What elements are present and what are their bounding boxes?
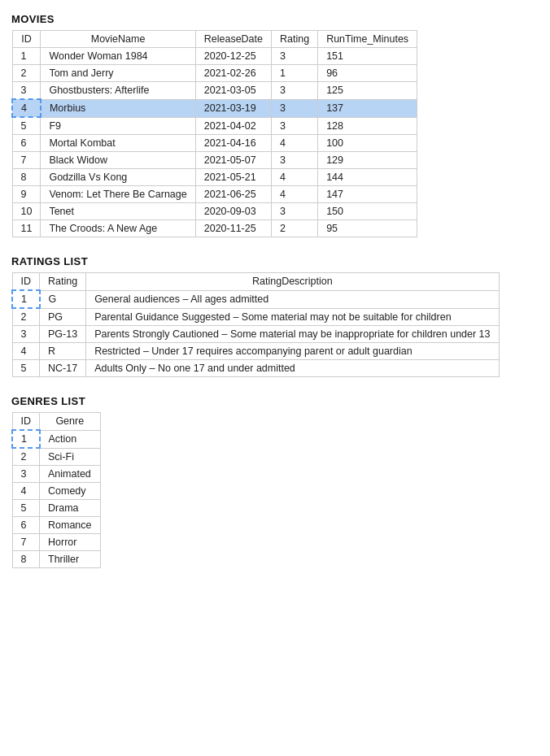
table-row[interactable]: 2 PG Parental Guidance Suggested – Some … <box>12 308 499 326</box>
movies-cell-runtime: 125 <box>318 82 417 100</box>
genres-cell-id: 8 <box>12 551 40 568</box>
movies-section: MOVIES ID MovieName ReleaseDate Rating R… <box>11 13 539 237</box>
ratings-cell-rating: R <box>40 343 86 360</box>
movies-cell-id: 5 <box>12 117 41 135</box>
table-row[interactable]: 10 Tenet 2020-09-03 3 150 <box>12 203 417 220</box>
genres-cell-genre: Comedy <box>40 483 101 500</box>
table-row[interactable]: 8 Thriller <box>12 551 100 568</box>
movies-col-runtime: RunTime_Minutes <box>318 31 417 48</box>
movies-cell-id: 6 <box>12 135 41 152</box>
ratings-cell-rating: PG-13 <box>40 326 86 343</box>
movies-cell-id: 2 <box>12 65 41 82</box>
movies-cell-id: 10 <box>12 203 41 220</box>
ratings-cell-id: 5 <box>12 360 40 377</box>
movies-cell-release: 2021-02-26 <box>195 65 271 82</box>
table-row[interactable]: 1 Wonder Woman 1984 2020-12-25 3 151 <box>12 48 417 65</box>
genres-cell-genre: Horror <box>40 534 101 551</box>
table-row[interactable]: 9 Venom: Let There Be Carnage 2021-06-25… <box>12 186 417 203</box>
ratings-cell-id: 1 <box>12 290 40 308</box>
movies-cell-release: 2021-04-02 <box>195 117 271 135</box>
movies-col-rating: Rating <box>272 31 318 48</box>
movies-table: ID MovieName ReleaseDate Rating RunTime_… <box>11 30 417 237</box>
ratings-title: RATINGS LIST <box>11 255 539 267</box>
movies-cell-release: 2021-05-07 <box>195 152 271 169</box>
movies-cell-rating: 3 <box>272 117 318 135</box>
genres-cell-id: 4 <box>12 483 40 500</box>
genres-col-genre: Genre <box>40 413 101 431</box>
movies-cell-rating: 4 <box>272 135 318 152</box>
movies-cell-rating: 3 <box>272 48 318 65</box>
genres-cell-id: 1 <box>12 430 40 448</box>
movies-cell-id: 3 <box>12 82 41 100</box>
genres-cell-genre: Animated <box>40 466 101 483</box>
table-row[interactable]: 5 F9 2021-04-02 3 128 <box>12 117 417 135</box>
table-row[interactable]: 6 Romance <box>12 517 100 534</box>
ratings-cell-desc: Adults Only – No one 17 and under admitt… <box>86 360 499 377</box>
movies-cell-release: 2021-06-25 <box>195 186 271 203</box>
movies-cell-name: Ghostbusters: Afterlife <box>41 82 195 100</box>
ratings-cell-id: 4 <box>12 343 40 360</box>
ratings-table: ID Rating RatingDescription 1 G General … <box>11 272 500 377</box>
table-row[interactable]: 6 Mortal Kombat 2021-04-16 4 100 <box>12 135 417 152</box>
movies-cell-id: 1 <box>12 48 41 65</box>
genres-cell-genre: Romance <box>40 517 101 534</box>
genres-cell-genre: Sci-Fi <box>40 448 101 466</box>
ratings-cell-rating: G <box>40 290 86 308</box>
movies-cell-rating: 4 <box>272 186 318 203</box>
movies-cell-rating: 3 <box>272 82 318 100</box>
ratings-section: RATINGS LIST ID Rating RatingDescription… <box>11 255 539 377</box>
movies-cell-runtime: 147 <box>318 186 417 203</box>
table-row[interactable]: 4 R Restricted – Under 17 requires accom… <box>12 343 499 360</box>
movies-cell-name: Tom and Jerry <box>41 65 195 82</box>
genres-cell-id: 2 <box>12 448 40 466</box>
ratings-cell-desc: Restricted – Under 17 requires accompany… <box>86 343 499 360</box>
ratings-cell-rating: NC-17 <box>40 360 86 377</box>
genres-cell-genre: Thriller <box>40 551 101 568</box>
movies-cell-runtime: 128 <box>318 117 417 135</box>
movies-cell-rating: 1 <box>272 65 318 82</box>
table-row[interactable]: 2 Sci-Fi <box>12 448 100 466</box>
genres-cell-id: 6 <box>12 517 40 534</box>
table-row[interactable]: 7 Horror <box>12 534 100 551</box>
movies-cell-runtime: 151 <box>318 48 417 65</box>
movies-col-release: ReleaseDate <box>195 31 271 48</box>
genres-title: GENRES LIST <box>11 395 539 407</box>
ratings-cell-id: 3 <box>12 326 40 343</box>
movies-cell-name: F9 <box>41 117 195 135</box>
movies-title: MOVIES <box>11 13 539 25</box>
movies-cell-name: Tenet <box>41 203 195 220</box>
movies-cell-runtime: 95 <box>318 220 417 237</box>
movies-cell-name: Wonder Woman 1984 <box>41 48 195 65</box>
table-row[interactable]: 8 Godzilla Vs Kong 2021-05-21 4 144 <box>12 169 417 186</box>
table-row[interactable]: 1 Action <box>12 430 100 448</box>
table-row[interactable]: 3 PG-13 Parents Strongly Cautioned – Som… <box>12 326 499 343</box>
movies-cell-name: Black Widow <box>41 152 195 169</box>
table-row[interactable]: 3 Animated <box>12 466 100 483</box>
table-row[interactable]: 4 Morbius 2021-03-19 3 137 <box>12 99 417 117</box>
movies-cell-release: 2021-03-19 <box>195 99 271 117</box>
table-row[interactable]: 7 Black Widow 2021-05-07 3 129 <box>12 152 417 169</box>
table-row[interactable]: 3 Ghostbusters: Afterlife 2021-03-05 3 1… <box>12 82 417 100</box>
movies-cell-release: 2020-09-03 <box>195 203 271 220</box>
movies-cell-id: 7 <box>12 152 41 169</box>
movies-cell-rating: 3 <box>272 152 318 169</box>
genres-cell-id: 5 <box>12 500 40 517</box>
genres-cell-genre: Drama <box>40 500 101 517</box>
movies-cell-id: 4 <box>12 99 41 117</box>
table-row[interactable]: 2 Tom and Jerry 2021-02-26 1 96 <box>12 65 417 82</box>
table-row[interactable]: 11 The Croods: A New Age 2020-11-25 2 95 <box>12 220 417 237</box>
movies-cell-name: The Croods: A New Age <box>41 220 195 237</box>
movies-col-id: ID <box>12 31 41 48</box>
table-row[interactable]: 1 G General audiences – All ages admitte… <box>12 290 499 308</box>
movies-cell-id: 11 <box>12 220 41 237</box>
movies-cell-runtime: 144 <box>318 169 417 186</box>
movies-cell-release: 2021-04-16 <box>195 135 271 152</box>
movies-col-name: MovieName <box>41 31 195 48</box>
table-row[interactable]: 4 Comedy <box>12 483 100 500</box>
movies-cell-release: 2020-11-25 <box>195 220 271 237</box>
movies-cell-name: Mortal Kombat <box>41 135 195 152</box>
table-row[interactable]: 5 Drama <box>12 500 100 517</box>
ratings-col-id: ID <box>12 273 40 291</box>
movies-cell-release: 2021-03-05 <box>195 82 271 100</box>
table-row[interactable]: 5 NC-17 Adults Only – No one 17 and unde… <box>12 360 499 377</box>
